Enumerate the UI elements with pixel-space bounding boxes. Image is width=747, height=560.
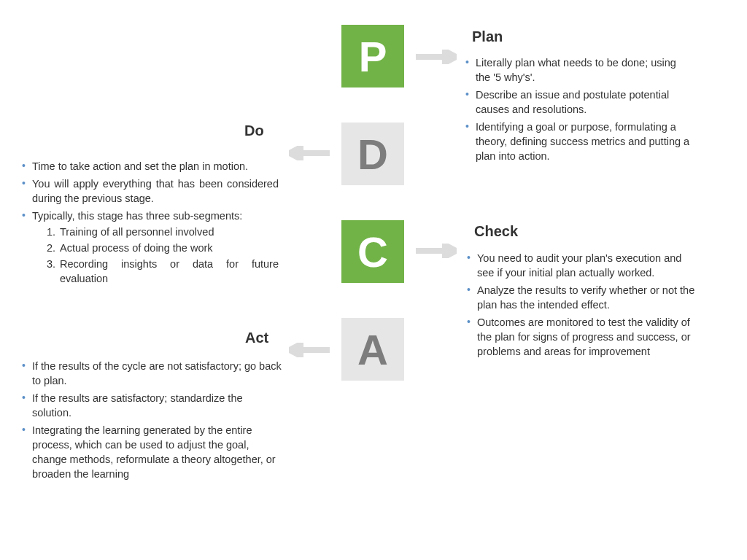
check-item: Outcomes are monitored to test the valid… xyxy=(467,315,699,359)
title-act: Act xyxy=(245,330,268,346)
act-item: Integrating the learning generated by th… xyxy=(22,423,282,481)
tile-p: P xyxy=(341,25,404,88)
arrow-act xyxy=(289,343,330,357)
arrow-plan xyxy=(416,50,457,64)
plan-item: Describe an issue and postulate potentia… xyxy=(465,88,692,117)
tile-d: D xyxy=(341,122,404,185)
act-item: If the results are satisfactory; standar… xyxy=(22,391,282,420)
title-check: Check xyxy=(474,223,518,240)
tile-p-letter: P xyxy=(359,32,387,81)
check-item: Analyze the results to verify whether or… xyxy=(467,283,699,312)
title-plan: Plan xyxy=(472,28,503,45)
tile-d-letter: D xyxy=(357,130,388,179)
plan-item: Literally plan what needs to be done; us… xyxy=(465,55,692,85)
act-item: If the results of the cycle are not sati… xyxy=(22,359,282,388)
do-item: Typically, this stage has three sub-segm… xyxy=(22,209,279,286)
arrow-check xyxy=(416,244,457,258)
bullets-plan: Literally plan what needs to be done; us… xyxy=(465,55,692,166)
do-sub-item: Recording insights or data for future ev… xyxy=(58,257,279,286)
check-item: You need to audit your plan's execution … xyxy=(467,251,699,280)
tile-a: A xyxy=(341,318,404,381)
title-do: Do xyxy=(244,122,264,139)
do-sub-item: Actual process of doing the work xyxy=(58,241,279,255)
bullets-act: If the results of the cycle are not sati… xyxy=(22,359,282,484)
do-item: You will apply everything that has been … xyxy=(22,176,279,206)
tile-c-letter: C xyxy=(357,228,388,276)
do-item: Time to take action and set the plan in … xyxy=(22,159,279,174)
do-sub-item: Training of all personnel involved xyxy=(58,225,279,239)
bullets-check: You need to audit your plan's execution … xyxy=(467,251,699,362)
do-item-text: Typically, this stage has three sub-segm… xyxy=(32,210,242,222)
arrow-do xyxy=(289,146,330,160)
tile-c: C xyxy=(341,220,404,283)
bullets-do: Time to take action and set the plan in … xyxy=(22,159,279,289)
plan-item: Identifying a goal or purpose, formulati… xyxy=(465,120,692,163)
tile-a-letter: A xyxy=(357,325,388,374)
